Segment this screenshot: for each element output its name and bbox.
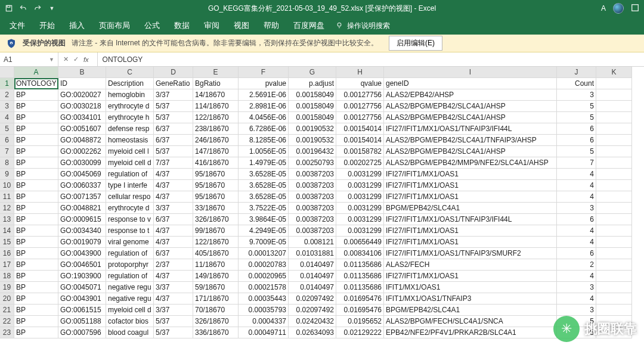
row-header[interactable]: 17: [0, 259, 14, 271]
tab-home[interactable]: 开始: [32, 17, 62, 35]
data-cell[interactable]: 0.0140497: [289, 271, 336, 282]
data-cell[interactable]: 70/18670: [193, 304, 239, 316]
tab-help[interactable]: 帮助: [256, 17, 286, 35]
data-cell[interactable]: [596, 135, 632, 146]
data-cell[interactable]: [596, 146, 632, 157]
data-cell[interactable]: 0.00387203: [289, 225, 336, 237]
data-cell[interactable]: GO:0048872: [58, 135, 106, 146]
data-cell[interactable]: 95/18670: [193, 180, 239, 191]
data-cell[interactable]: 1.0056E-05: [239, 146, 289, 157]
data-cell[interactable]: BP: [14, 169, 58, 180]
user-avatar-icon[interactable]: [613, 3, 624, 14]
data-cell[interactable]: regulation of: [106, 169, 154, 180]
data-cell[interactable]: 326/18670: [193, 214, 239, 225]
data-cell[interactable]: 5/37: [154, 327, 193, 338]
column-header[interactable]: E: [193, 67, 239, 78]
data-cell[interactable]: IFIT1/MX1/OAS1/TNFAIP3: [384, 293, 557, 304]
header-cell[interactable]: qvalue: [336, 78, 384, 89]
data-cell[interactable]: 6/37: [154, 123, 193, 135]
data-cell[interactable]: 99/18670: [193, 225, 239, 237]
formula-bar-input[interactable]: ONTOLOGY: [98, 52, 644, 66]
row-header[interactable]: 6: [0, 135, 14, 146]
data-cell[interactable]: 3.6528E-05: [239, 169, 289, 180]
data-cell[interactable]: 0.00020783: [239, 259, 289, 271]
data-cell[interactable]: 0.00387203: [289, 169, 336, 180]
data-cell[interactable]: 122/18670: [193, 237, 239, 248]
data-cell[interactable]: GO:0046501: [58, 259, 106, 271]
data-cell[interactable]: 7/37: [154, 157, 193, 169]
data-cell[interactable]: 0.0031299: [336, 225, 384, 237]
data-cell[interactable]: 3.6528E-05: [239, 180, 289, 191]
data-cell[interactable]: negative regu: [106, 293, 154, 304]
data-cell[interactable]: 0.00154014: [336, 135, 384, 146]
data-cell[interactable]: EPB42/NFE2/PF4V1/PRKAR2B/SLC4A1: [384, 327, 557, 338]
data-cell[interactable]: homeostasis: [106, 135, 154, 146]
data-cell[interactable]: 0.00834106: [336, 248, 384, 259]
row-header[interactable]: 22: [0, 316, 14, 327]
data-cell[interactable]: 4.0456E-06: [239, 112, 289, 123]
data-cell[interactable]: 246/18670: [193, 135, 239, 146]
data-cell[interactable]: GO:0020027: [58, 89, 106, 101]
data-cell[interactable]: 3: [557, 304, 596, 316]
data-cell[interactable]: 4: [557, 293, 596, 304]
column-header[interactable]: J: [557, 67, 596, 78]
data-cell[interactable]: 0.02097492: [289, 293, 336, 304]
data-cell[interactable]: 1.4979E-05: [239, 157, 289, 169]
data-cell[interactable]: IFI27/IFIT1/MX1/OAS1: [384, 225, 557, 237]
data-cell[interactable]: 5/37: [154, 316, 193, 327]
data-cell[interactable]: 5/37: [154, 101, 193, 112]
data-cell[interactable]: GO:0030099: [58, 157, 106, 169]
data-cell[interactable]: BP: [14, 282, 58, 293]
spreadsheet-grid[interactable]: ABCDEFGHIJK1ONTOLOGYIDDescriptionGeneRat…: [0, 67, 644, 338]
row-header[interactable]: 15: [0, 237, 14, 248]
data-cell[interactable]: 0.00387203: [289, 191, 336, 203]
cancel-icon[interactable]: ✕: [63, 55, 69, 63]
header-cell[interactable]: ID: [58, 78, 106, 89]
data-cell[interactable]: GO:0030218: [58, 101, 106, 112]
row-header[interactable]: 5: [0, 123, 14, 135]
data-cell[interactable]: 6: [557, 123, 596, 135]
data-cell[interactable]: erythrocyte d: [106, 203, 154, 214]
row-header[interactable]: 3: [0, 101, 14, 112]
data-cell[interactable]: [596, 316, 632, 327]
data-cell[interactable]: BP: [14, 259, 58, 271]
data-cell[interactable]: GO:0060337: [58, 180, 106, 191]
data-cell[interactable]: protoporphyr: [106, 259, 154, 271]
data-cell[interactable]: [596, 327, 632, 338]
data-cell[interactable]: BP: [14, 327, 58, 338]
data-cell[interactable]: 416/18670: [193, 157, 239, 169]
data-cell[interactable]: GO:0007596: [58, 327, 106, 338]
data-cell[interactable]: 0.00387203: [289, 180, 336, 191]
data-cell[interactable]: 405/18670: [193, 248, 239, 259]
header-cell[interactable]: Count: [557, 78, 596, 89]
data-cell[interactable]: BP: [14, 123, 58, 135]
header-cell[interactable]: BgRatio: [193, 78, 239, 89]
header-cell[interactable]: geneID: [384, 78, 557, 89]
row-header[interactable]: 21: [0, 304, 14, 316]
data-cell[interactable]: 0.00196432: [289, 146, 336, 157]
data-cell[interactable]: IFIT1/MX1/OAS1: [384, 282, 557, 293]
data-cell[interactable]: 0.00190532: [289, 135, 336, 146]
row-header[interactable]: 14: [0, 225, 14, 237]
data-cell[interactable]: [596, 157, 632, 169]
data-cell[interactable]: GO:0048821: [58, 203, 106, 214]
data-cell[interactable]: 3.7522E-05: [239, 203, 289, 214]
data-cell[interactable]: [596, 259, 632, 271]
ribbon-options-icon[interactable]: [631, 4, 639, 14]
data-cell[interactable]: 3/37: [154, 304, 193, 316]
data-cell[interactable]: 0.0004337: [239, 316, 289, 327]
row-header[interactable]: 20: [0, 293, 14, 304]
data-cell[interactable]: ALAS2/BPGM/EPB42/SLC4A1/AHSP: [384, 101, 557, 112]
row-header[interactable]: 16: [0, 248, 14, 259]
undo-icon[interactable]: [18, 3, 29, 14]
data-cell[interactable]: BP: [14, 112, 58, 123]
data-cell[interactable]: BP: [14, 146, 58, 157]
row-header[interactable]: 8: [0, 157, 14, 169]
data-cell[interactable]: BP: [14, 180, 58, 191]
data-cell[interactable]: BP: [14, 135, 58, 146]
data-cell[interactable]: GO:0043900: [58, 248, 106, 259]
data-cell[interactable]: 0.01135686: [336, 271, 384, 282]
data-cell[interactable]: 3/37: [154, 282, 193, 293]
data-cell[interactable]: 0.0031299: [336, 191, 384, 203]
data-cell[interactable]: response to t: [106, 225, 154, 237]
